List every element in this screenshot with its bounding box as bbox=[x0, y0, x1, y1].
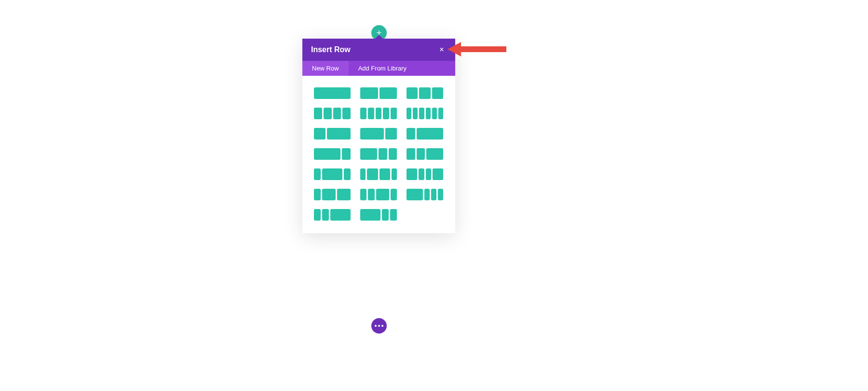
layout-col bbox=[419, 168, 424, 180]
layout-option-narrow-wide-wide-narrow[interactable] bbox=[360, 168, 397, 180]
layout-option-one-column[interactable] bbox=[314, 87, 351, 99]
layout-col bbox=[419, 108, 424, 119]
layout-option-one-quarter-three-quarters[interactable] bbox=[407, 128, 443, 140]
layout-col bbox=[407, 108, 411, 119]
layout-col bbox=[368, 108, 374, 119]
layout-col bbox=[324, 108, 332, 119]
layout-option-wide-narrow-narrow-wide[interactable] bbox=[407, 168, 443, 180]
layout-option-two-thirds-one-third[interactable] bbox=[360, 128, 397, 140]
layout-col bbox=[383, 108, 389, 119]
layout-col bbox=[314, 209, 321, 221]
layout-col bbox=[426, 108, 431, 119]
layout-col bbox=[342, 148, 351, 160]
layout-col bbox=[360, 108, 366, 119]
layout-col bbox=[382, 209, 389, 221]
layout-col bbox=[360, 209, 380, 221]
modal-title: Insert Row bbox=[311, 45, 351, 54]
close-icon: × bbox=[439, 45, 444, 54]
layout-col bbox=[391, 189, 397, 200]
layout-option-six-columns[interactable] bbox=[407, 108, 443, 119]
layout-col bbox=[391, 108, 397, 119]
layout-col bbox=[360, 87, 378, 99]
layout-option-two-columns[interactable] bbox=[360, 87, 397, 99]
insert-row-modal: Insert Row × New Row Add From Library bbox=[302, 39, 455, 233]
layout-option-narrow-narrow-wide[interactable] bbox=[314, 209, 351, 221]
close-button[interactable]: × bbox=[437, 45, 447, 55]
arrow-annotation bbox=[448, 41, 510, 60]
layout-col bbox=[385, 128, 397, 140]
layout-col bbox=[360, 189, 366, 200]
layout-col bbox=[337, 189, 351, 200]
layout-option-one-third-two-thirds[interactable] bbox=[314, 128, 351, 140]
layout-option-three-quarters-one-quarter[interactable] bbox=[314, 148, 351, 160]
svg-marker-0 bbox=[448, 42, 506, 56]
layout-option-wide-narrow-narrow[interactable] bbox=[360, 209, 397, 221]
layout-col bbox=[389, 148, 397, 160]
layout-col bbox=[322, 209, 329, 221]
layout-col bbox=[314, 168, 321, 180]
layout-col bbox=[407, 148, 415, 160]
layout-col bbox=[419, 87, 430, 99]
layout-col bbox=[322, 189, 336, 200]
tab-add-from-library[interactable]: Add From Library bbox=[349, 61, 416, 76]
layout-col bbox=[322, 168, 342, 180]
layout-col bbox=[314, 108, 322, 119]
layout-col bbox=[431, 189, 436, 200]
layout-option-one-quarter-one-quarter-one-half[interactable] bbox=[407, 148, 443, 160]
layout-col bbox=[368, 189, 374, 200]
layout-col bbox=[360, 148, 377, 160]
layout-col bbox=[380, 168, 390, 180]
layout-col bbox=[367, 168, 378, 180]
layout-col bbox=[407, 168, 417, 180]
modal-tabs: New Row Add From Library bbox=[302, 61, 455, 76]
layout-option-narrow-wide-narrow[interactable] bbox=[314, 168, 351, 180]
layout-col bbox=[426, 168, 431, 180]
layout-col bbox=[314, 189, 321, 200]
layout-col bbox=[433, 168, 443, 180]
layout-col bbox=[407, 128, 415, 140]
modal-header: Insert Row × bbox=[302, 39, 455, 61]
modal-caret bbox=[375, 35, 383, 39]
layout-col bbox=[432, 108, 437, 119]
layout-col bbox=[360, 128, 384, 140]
layout-col bbox=[344, 168, 351, 180]
layouts-grid bbox=[302, 76, 455, 233]
layout-col bbox=[380, 87, 397, 99]
layout-option-five-columns[interactable] bbox=[360, 108, 397, 119]
layout-col bbox=[314, 128, 326, 140]
layout-col bbox=[413, 108, 418, 119]
tab-new-row[interactable]: New Row bbox=[302, 61, 349, 76]
layout-col bbox=[314, 148, 340, 160]
layout-col bbox=[330, 209, 351, 221]
layout-col bbox=[407, 189, 423, 200]
layout-option-narrow-narrow-wide-narrow[interactable] bbox=[360, 189, 397, 200]
layout-option-three-columns[interactable] bbox=[407, 87, 443, 99]
layout-col bbox=[438, 189, 443, 200]
layout-col bbox=[342, 108, 351, 119]
layout-col bbox=[314, 87, 351, 99]
layout-col bbox=[390, 209, 397, 221]
layout-option-wide-narrow-narrow-narrow[interactable] bbox=[407, 189, 443, 200]
layout-col bbox=[327, 128, 351, 140]
layout-col bbox=[424, 189, 430, 200]
layout-col bbox=[417, 148, 425, 160]
layout-col bbox=[438, 108, 443, 119]
layout-col bbox=[333, 108, 341, 119]
layout-col bbox=[376, 108, 382, 119]
layout-col bbox=[426, 148, 443, 160]
layout-col bbox=[376, 189, 389, 200]
ellipsis-icon bbox=[375, 325, 383, 327]
layout-col bbox=[360, 168, 366, 180]
layout-col bbox=[379, 148, 387, 160]
layout-col bbox=[407, 87, 418, 99]
layout-option-one-half-one-quarter-one-quarter[interactable] bbox=[360, 148, 397, 160]
layout-option-four-columns[interactable] bbox=[314, 108, 351, 119]
layout-col bbox=[432, 87, 443, 99]
more-options-button[interactable] bbox=[371, 318, 387, 334]
layout-option-narrow-wide-wide[interactable] bbox=[314, 189, 351, 200]
layout-col bbox=[392, 168, 397, 180]
layout-col bbox=[417, 128, 443, 140]
